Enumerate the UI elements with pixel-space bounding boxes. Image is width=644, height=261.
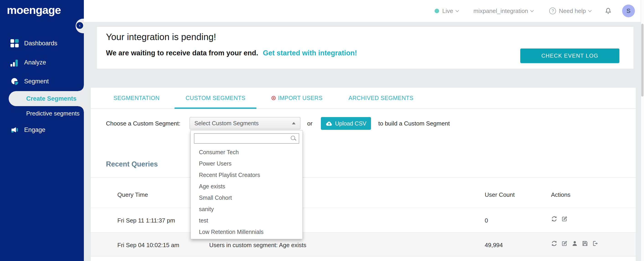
sidebar-item-label: Segment xyxy=(24,78,49,85)
edit-icon[interactable] xyxy=(561,216,568,222)
recent-queries-title: Recent Queries xyxy=(106,160,158,168)
banner-subtitle: We are waiting to receive data from your… xyxy=(106,49,357,57)
help-menu[interactable]: ? Need help xyxy=(549,7,591,14)
tab-custom-segments[interactable]: CUSTOM SEGMENTS xyxy=(174,88,256,108)
sidebar-item-analyze[interactable]: Analyze xyxy=(0,55,84,70)
tab-archived-segments[interactable]: ARCHIVED SEGMENTS xyxy=(338,88,424,108)
workspace-name: mixpanel_integration xyxy=(474,7,528,14)
user-avatar[interactable]: S xyxy=(622,4,635,17)
moengage-logo: moengage xyxy=(7,4,61,16)
sidebar-subitem-label: Create Segments xyxy=(26,95,76,102)
tab-segmentation[interactable]: SEGMENTATION xyxy=(102,88,170,108)
record-dot-icon xyxy=(272,96,276,100)
tab-label: ARCHIVED SEGMENTS xyxy=(348,87,414,109)
user-count-cell: 0 xyxy=(485,217,488,224)
custom-segments-dropdown: Consumer Tech Power Users Recent Playlis… xyxy=(190,130,303,239)
chevron-down-icon xyxy=(530,8,534,12)
bar-chart-icon xyxy=(10,58,19,66)
select-value: Select Custom Segments xyxy=(194,120,259,127)
sidebar-collapse-button[interactable]: ‹ xyxy=(76,22,84,29)
row-actions xyxy=(551,240,598,247)
megaphone-icon xyxy=(10,126,19,134)
sidebar-item-segment[interactable]: Segment xyxy=(0,74,84,89)
row-actions xyxy=(551,216,568,222)
dropdown-search xyxy=(194,133,299,144)
question-circle-icon: ? xyxy=(549,7,556,14)
dropdown-option[interactable]: sanity xyxy=(191,203,302,215)
cloud-upload-icon xyxy=(326,120,333,126)
sidebar: moengage ‹ Dashboards Analyze Segment xyxy=(0,0,84,261)
user-icon[interactable] xyxy=(572,240,578,247)
table-row: Fri Sep 11 1:11:37 pm 0 xyxy=(91,208,636,232)
top-bar: Live mixpanel_integration ? Need help S xyxy=(84,0,641,22)
sidebar-item-create-segments[interactable]: Create Segments xyxy=(9,91,84,106)
dropdown-option[interactable]: Small Cohort xyxy=(191,192,302,203)
upload-csv-label: Upload CSV xyxy=(335,120,366,127)
sidebar-item-engage[interactable]: Engage xyxy=(0,123,84,137)
query-time-cell: Fri Sep 11 1:11:37 pm xyxy=(117,217,175,224)
dropdown-list: Consumer Tech Power Users Recent Playlis… xyxy=(191,145,302,238)
choose-segment-label: Choose a Custom Segment: xyxy=(106,120,180,127)
sidebar-item-label: Dashboards xyxy=(24,40,58,47)
dropdown-option[interactable]: Power Users xyxy=(191,158,302,169)
column-header-user-count: User Count xyxy=(485,191,515,198)
integration-banner: Your integration is pending! We are wait… xyxy=(97,27,634,69)
dropdown-option[interactable]: Consumer Tech xyxy=(191,146,302,158)
dropdown-option[interactable]: Recent Playlist Creators xyxy=(191,169,302,181)
app-window: Live mixpanel_integration ? Need help S … xyxy=(0,0,644,261)
dashboard-grid-icon xyxy=(10,39,19,47)
banner-subtitle-text: We are waiting to receive data from your… xyxy=(106,49,258,57)
chevron-down-icon xyxy=(455,8,459,12)
table-header: Query Time User Count Actions xyxy=(91,177,636,208)
export-icon[interactable] xyxy=(592,240,598,247)
save-icon[interactable] xyxy=(582,240,588,247)
check-event-log-button[interactable]: CHECK EVENT LOG xyxy=(520,48,620,63)
pie-chart-icon xyxy=(10,77,19,85)
query-time-cell: Fri Sep 04 10:02:15 am xyxy=(117,242,179,249)
scrollbar-track xyxy=(641,0,644,261)
sidebar-item-label: Analyze xyxy=(24,59,46,66)
help-label: Need help xyxy=(559,7,586,14)
table-row: Fri Sep 04 10:02:15 am Users in custom s… xyxy=(91,232,636,257)
sidebar-item-label: Engage xyxy=(24,126,45,133)
chevron-down-icon xyxy=(588,8,592,12)
custom-segment-select[interactable]: Select Custom Segments xyxy=(190,117,300,129)
refresh-icon[interactable] xyxy=(551,216,558,222)
build-segment-label: to build a Custom Segment xyxy=(378,120,450,127)
notifications-bell-icon[interactable] xyxy=(604,7,612,15)
edit-icon[interactable] xyxy=(561,240,568,247)
scrollbar-thumb[interactable] xyxy=(641,24,644,97)
or-label: or xyxy=(307,120,312,127)
sidebar-item-dashboards[interactable]: Dashboards xyxy=(0,36,84,50)
refresh-icon[interactable] xyxy=(551,240,558,247)
column-header-actions: Actions xyxy=(551,191,570,198)
environment-label: Live xyxy=(442,7,453,14)
tab-import-users[interactable]: IMPORT USERS xyxy=(260,88,334,108)
column-header-query-time: Query Time xyxy=(117,191,148,198)
triangle-up-icon xyxy=(292,122,296,124)
dropdown-option[interactable]: Low Retention Millennials xyxy=(191,226,302,238)
sidebar-subitem-label: Predictive segments xyxy=(26,110,80,117)
sidebar-item-predictive-segments[interactable]: Predictive segments xyxy=(0,107,84,120)
get-started-link[interactable]: Get started with integration! xyxy=(263,49,357,57)
environment-selector[interactable]: Live xyxy=(434,7,458,14)
dropdown-option[interactable]: test xyxy=(191,215,302,226)
upload-csv-button[interactable]: Upload CSV xyxy=(321,117,371,130)
user-count-cell: 49,994 xyxy=(485,242,503,249)
tab-label: CUSTOM SEGMENTS xyxy=(186,87,246,109)
search-input[interactable] xyxy=(194,133,299,144)
tab-label: SEGMENTATION xyxy=(114,87,160,109)
dropdown-option[interactable]: Age exists xyxy=(191,181,302,192)
query-cell: Users in custom segment: Age exists xyxy=(209,242,306,249)
search-icon xyxy=(290,136,296,141)
active-pill-top-notch xyxy=(78,86,84,91)
banner-title: Your integration is pending! xyxy=(106,32,216,42)
segments-card: SEGMENTATION CUSTOM SEGMENTS IMPORT USER… xyxy=(91,88,636,261)
tab-bar: SEGMENTATION CUSTOM SEGMENTS IMPORT USER… xyxy=(91,88,636,109)
tab-label: IMPORT USERS xyxy=(278,87,322,109)
workspace-selector[interactable]: mixpanel_integration xyxy=(474,7,534,14)
live-status-dot xyxy=(434,9,439,13)
